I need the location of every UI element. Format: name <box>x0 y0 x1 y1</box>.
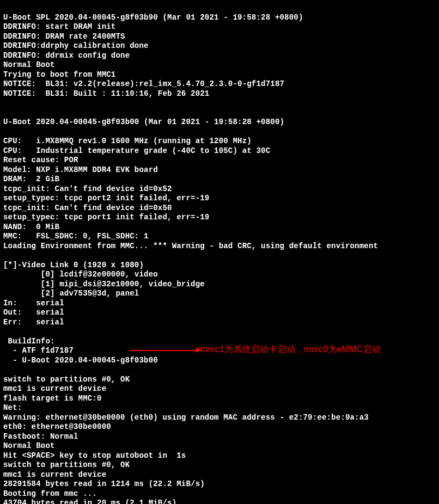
terminal-output: U-Boot SPL 2020.04-00045-g8f03b90 (Mar 0… <box>0 0 439 504</box>
terminal-line: NOTICE: BL31: v2.2(release):rel_imx_5.4.… <box>3 79 434 89</box>
terminal-line: [0] lcdif@32e00000, video <box>3 270 434 280</box>
terminal-line: DDRINFO:ddrphy calibration done <box>3 41 434 51</box>
terminal-line: CPU: i.MX8MMQ rev1.0 1600 MHz (running a… <box>3 137 434 146</box>
terminal-line: Hit <SPACE> key to stop autoboot in 1s <box>3 451 434 461</box>
terminal-line <box>3 327 434 337</box>
terminal-line: DDRINFO: start DRAM init <box>3 22 434 32</box>
terminal-line: switch to partitions #0, OK <box>3 375 434 385</box>
terminal-line: [*]-Video Link 0 (1920 x 1080) <box>3 261 434 271</box>
terminal-line: Fastboot: Normal <box>3 432 434 442</box>
terminal-line: Warning: ethernet@30be0000 (eth0) using … <box>3 413 434 423</box>
terminal-line: DDRINFO: DRAM rate 2400MTS <box>3 32 434 42</box>
terminal-line: switch to partitions #0, OK <box>3 460 434 470</box>
terminal-line: Normal Boot <box>3 441 434 451</box>
terminal-line: Model: NXP i.MX8MM DDR4 EVK board <box>3 165 434 175</box>
terminal-line: mmc1 is current device <box>3 384 434 394</box>
terminal-line: U-Boot SPL 2020.04-00045-g8f03b90 (Mar 0… <box>3 13 434 23</box>
terminal-line: Booting from mmc ... <box>3 489 434 499</box>
terminal-line: 28291584 bytes read in 1214 ms (22.2 MiB… <box>3 480 434 489</box>
terminal-line: setup_typec: tcpc port1 init failed, err… <box>3 213 434 223</box>
terminal-line <box>3 99 434 108</box>
terminal-line: DDRINFO: ddrmix config done <box>3 51 434 61</box>
terminal-line: Net: <box>3 403 434 413</box>
terminal-line: Trying to boot from MMC1 <box>3 70 434 80</box>
terminal-line: eth0: ethernet@30be0000 <box>3 422 434 432</box>
terminal-line: - ATF f1d7187 <box>3 346 434 356</box>
terminal-line: - U-Boot 2020.04-00045-g8f03b00 <box>3 356 434 366</box>
terminal-line: CPU: Industrial temperature grade (-40C … <box>3 146 434 156</box>
terminal-line: DRAM: 2 GiB <box>3 175 434 185</box>
terminal-line: tcpc_init: Can't find device id=0x52 <box>3 185 434 194</box>
terminal-line: tcpc_init: Can't find device id=0x50 <box>3 204 434 213</box>
terminal-line: Normal Boot <box>3 60 434 70</box>
terminal-line: setup_typec: tcpc port2 init failed, err… <box>3 194 434 204</box>
terminal-line <box>3 127 434 137</box>
terminal-line: BuildInfo: <box>3 337 434 347</box>
terminal-line: MMC: FSL_SDHC: 0, FSL_SDHC: 1 <box>3 232 434 242</box>
terminal-line: In: serial <box>3 299 434 309</box>
terminal-line: mmc1 is current device <box>3 470 434 480</box>
terminal-line: NAND: 0 MiB <box>3 223 434 232</box>
terminal-line: U-Boot 2020.04-00045-g8f03b00 (Mar 01 20… <box>3 118 434 127</box>
terminal-line: Loading Environment from MMC... *** Warn… <box>3 242 434 251</box>
terminal-line: [1] mipi_dsi@32e10000, video_bridge <box>3 280 434 290</box>
terminal-line: NOTICE: BL31: Built : 11:10:16, Feb 26 2… <box>3 89 434 99</box>
terminal-line: [2] adv7535@3d, panel <box>3 289 434 299</box>
terminal-line <box>3 251 434 261</box>
terminal-line: Reset cause: POR <box>3 156 434 165</box>
terminal-line: Out: serial <box>3 308 434 318</box>
terminal-line <box>3 365 434 375</box>
terminal-line: flash target is MMC:0 <box>3 394 434 404</box>
terminal-line: Err: serial <box>3 318 434 328</box>
terminal-line: 43704 bytes read in 20 ms (2.1 MiB/s) <box>3 499 434 504</box>
terminal-line <box>3 108 434 118</box>
